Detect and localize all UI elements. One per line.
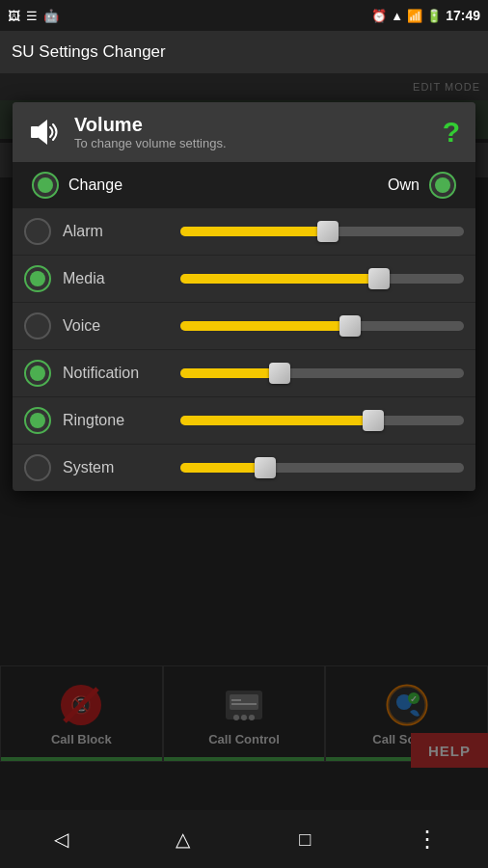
- status-bar: 🖼 ☰ 🤖 ⏰ ▲ 📶 🔋 17:49: [0, 0, 488, 31]
- slider-label-alarm: Alarm: [63, 223, 169, 240]
- dialog-subtitle: To change volume settings.: [74, 136, 227, 150]
- dialog-header-left: Volume To change volume settings.: [28, 114, 227, 150]
- volume-dialog: Volume To change volume settings. ? Chan…: [13, 102, 475, 491]
- slider-row-ringtone: Ringtone: [13, 397, 475, 445]
- slider-track-ringtone[interactable]: [180, 412, 464, 429]
- recents-button[interactable]: □: [281, 820, 329, 858]
- slider-label-media: Media: [63, 270, 169, 287]
- app-bar: SU Settings Changer: [0, 31, 488, 73]
- track-thumb[interactable]: [255, 457, 276, 478]
- slider-row-alarm: Alarm: [13, 208, 475, 256]
- slider-row-notification: Notification: [13, 350, 475, 397]
- track-fill: [180, 463, 265, 473]
- track-fill: [180, 368, 280, 378]
- slider-radio-voice[interactable]: [24, 312, 51, 339]
- android-icon: 🤖: [43, 9, 59, 23]
- track-fill: [180, 274, 379, 284]
- slider-row-media: Media: [13, 256, 475, 303]
- more-button[interactable]: ⋮: [403, 820, 451, 858]
- track-thumb[interactable]: [317, 221, 339, 242]
- sliders-container: AlarmMediaVoiceNotificationRingtoneSyste…: [13, 208, 475, 491]
- signal-icon: 📶: [407, 9, 422, 23]
- photo-icon: 🖼: [8, 9, 20, 23]
- track-thumb[interactable]: [269, 363, 290, 384]
- slider-track-notification[interactable]: [180, 365, 464, 382]
- slider-track-media[interactable]: [180, 270, 464, 287]
- dialog-header: Volume To change volume settings. ?: [13, 102, 475, 162]
- slider-radio-ringtone[interactable]: [24, 407, 51, 434]
- dialog-title-block: Volume To change volume settings.: [74, 114, 227, 150]
- slider-radio-notification[interactable]: [24, 360, 51, 387]
- slider-track-alarm[interactable]: [180, 223, 464, 240]
- change-radio[interactable]: [32, 172, 59, 199]
- nav-bar: ◁ △ □ ⋮: [0, 810, 488, 868]
- status-right-icons: ⏰ ▲ 📶 🔋 17:49: [371, 8, 480, 23]
- dialog-help-icon[interactable]: ?: [443, 116, 460, 149]
- svg-marker-16: [39, 120, 47, 145]
- own-radio[interactable]: [429, 172, 456, 199]
- slider-label-voice: Voice: [63, 317, 169, 335]
- slider-label-notification: Notification: [63, 365, 169, 382]
- menu-icon: ☰: [26, 9, 38, 23]
- app-title: SU Settings Changer: [12, 42, 166, 62]
- change-label: Change: [68, 176, 122, 194]
- track-thumb[interactable]: [368, 268, 390, 289]
- slider-track-system[interactable]: [180, 459, 464, 476]
- track-fill: [180, 227, 328, 236]
- battery-icon: 🔋: [426, 9, 442, 23]
- dialog-title: Volume: [74, 114, 227, 136]
- change-own-row: Change Own: [13, 162, 475, 208]
- track-fill: [180, 321, 350, 331]
- track-thumb[interactable]: [339, 315, 361, 337]
- change-own-right: Own: [388, 172, 456, 199]
- alarm-icon: ⏰: [371, 9, 387, 23]
- slider-label-system: System: [63, 459, 169, 476]
- svg-rect-15: [31, 126, 39, 138]
- back-button[interactable]: ◁: [37, 820, 85, 858]
- status-left-icons: 🖼 ☰ 🤖: [8, 9, 59, 23]
- slider-label-ringtone: Ringtone: [63, 412, 169, 429]
- track-fill: [180, 416, 373, 425]
- wifi-icon: ▲: [391, 9, 403, 23]
- slider-row-voice: Voice: [13, 303, 475, 350]
- change-own-left: Change: [32, 172, 122, 199]
- modal-overlay: Volume To change volume settings. ? Chan…: [0, 73, 488, 810]
- slider-radio-system[interactable]: [24, 454, 51, 481]
- slider-track-voice[interactable]: [180, 317, 464, 335]
- clock: 17:49: [446, 8, 480, 23]
- slider-radio-alarm[interactable]: [24, 218, 51, 245]
- slider-row-system: System: [13, 445, 475, 491]
- speaker-icon: [28, 115, 63, 149]
- track-thumb[interactable]: [363, 410, 384, 431]
- own-label: Own: [388, 176, 420, 194]
- home-button[interactable]: △: [159, 820, 207, 858]
- slider-radio-media[interactable]: [24, 265, 51, 292]
